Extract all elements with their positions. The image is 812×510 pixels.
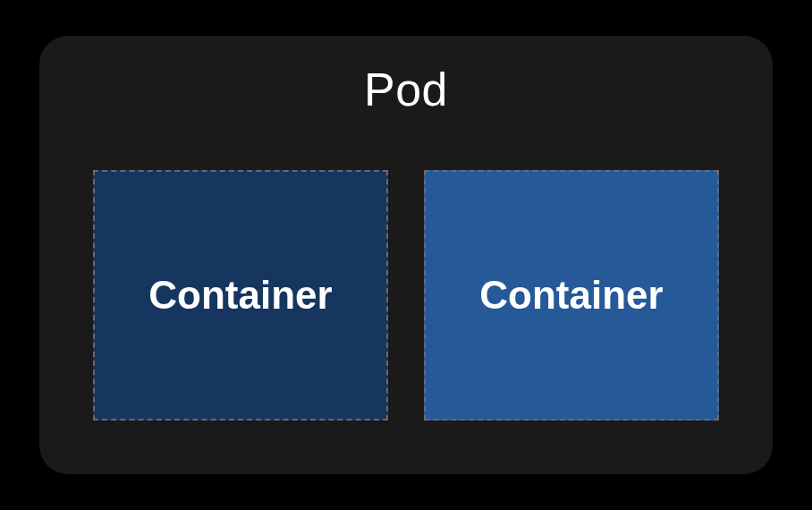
container-label: Container [479, 273, 663, 318]
containers-row: Container Container [93, 170, 719, 421]
pod-group: Pod Container Container [39, 36, 773, 474]
pod-title: Pod [93, 63, 719, 116]
container-box: Container [424, 170, 719, 421]
container-box: Container [93, 170, 388, 421]
container-label: Container [148, 273, 332, 318]
